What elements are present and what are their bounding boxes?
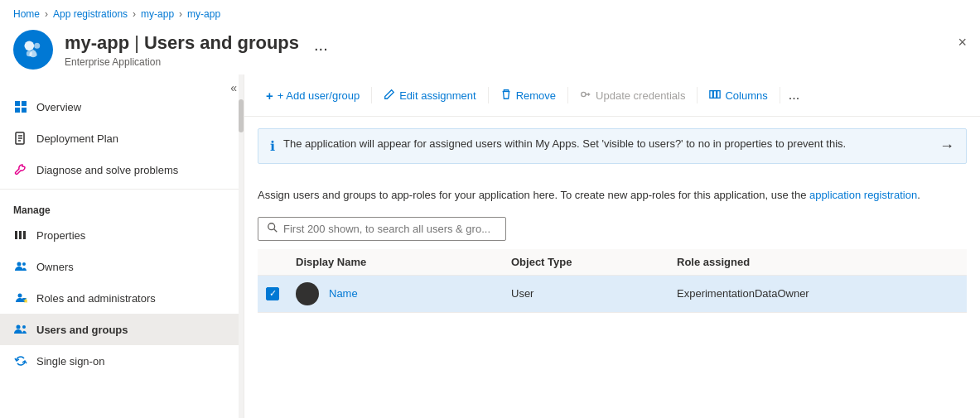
app-header: my-app | Users and groups ... Enterprise… xyxy=(0,25,980,74)
book-icon xyxy=(13,131,28,146)
svg-rect-13 xyxy=(23,231,26,239)
refresh-icon xyxy=(13,353,28,368)
svg-point-16 xyxy=(18,294,22,298)
key-icon xyxy=(580,89,591,103)
bars-icon xyxy=(13,228,28,243)
table-col-display-name: Display Name xyxy=(287,249,503,276)
svg-point-21 xyxy=(582,92,586,96)
svg-rect-24 xyxy=(717,90,721,98)
svg-point-25 xyxy=(268,223,275,229)
table-row[interactable]: Name User ExperimentationDataOwner xyxy=(258,275,967,312)
breadcrumb-my-app-2[interactable]: my-app xyxy=(187,8,220,20)
svg-point-14 xyxy=(17,262,22,267)
section-title: Users and groups xyxy=(144,32,299,54)
sidebar-item-diagnose-label: Diagnose and solve problems xyxy=(36,164,178,176)
app-title-area: my-app | Users and groups ... Enterprise… xyxy=(65,32,328,68)
svg-rect-5 xyxy=(15,108,20,113)
breadcrumb-app-registrations[interactable]: App registrations xyxy=(53,8,128,20)
user-name-link[interactable]: Name xyxy=(329,287,358,300)
sidebar: « Overview Deployment Plan Diagnose and … xyxy=(0,74,244,418)
sidebar-item-users-groups-label: Users and groups xyxy=(36,324,128,336)
search-input[interactable] xyxy=(283,223,497,235)
sidebar-item-single-sign-on[interactable]: Single sign-on xyxy=(0,345,244,377)
svg-rect-12 xyxy=(19,231,22,239)
sidebar-item-users-groups[interactable]: Users and groups xyxy=(0,314,244,345)
svg-point-0 xyxy=(25,41,35,51)
row-name-area: Name xyxy=(296,282,495,305)
toolbar-separator-2 xyxy=(488,87,489,103)
sidebar-item-diagnose[interactable]: Diagnose and solve problems xyxy=(0,154,244,185)
app-icon xyxy=(13,30,53,70)
grid-icon xyxy=(13,99,28,114)
info-banner-text: The application will appear for assigned… xyxy=(283,137,931,150)
row-checkbox[interactable] xyxy=(266,287,279,300)
edit-assignment-button[interactable]: Edit assignment xyxy=(375,84,485,108)
update-credentials-button[interactable]: Update credentials xyxy=(572,84,693,108)
sidebar-item-owners-label: Owners xyxy=(36,261,74,273)
person-badge-icon: ⭐ xyxy=(13,291,28,305)
app-name: my-app xyxy=(65,32,129,54)
header-more-button[interactable]: ... xyxy=(314,36,328,55)
row-role-cell: ExperimentationDataOwner xyxy=(669,275,967,312)
trash-icon xyxy=(500,89,512,103)
sidebar-item-roles-admins[interactable]: ⭐ Roles and administrators xyxy=(0,282,244,314)
table-col-object-type: Object Type xyxy=(503,249,669,276)
app-registration-link[interactable]: application registration xyxy=(809,189,917,201)
svg-rect-22 xyxy=(710,90,713,98)
sidebar-item-owners[interactable]: Owners xyxy=(0,251,244,282)
table-col-role-assigned: Role assigned xyxy=(669,249,967,276)
toolbar-separator-1 xyxy=(371,87,372,103)
app-subtitle: Enterprise Application xyxy=(65,56,328,68)
toolbar-separator-3 xyxy=(567,87,568,103)
search-icon xyxy=(267,222,278,236)
sidebar-item-overview[interactable]: Overview xyxy=(0,91,244,123)
sidebar-item-properties-label: Properties xyxy=(36,229,85,242)
description-text: Assign users and groups to app-roles for… xyxy=(244,175,980,212)
info-banner-arrow-button[interactable]: → xyxy=(939,137,954,155)
edit-icon xyxy=(384,89,395,103)
wrench-icon xyxy=(13,162,28,177)
sidebar-manage-label: Manage xyxy=(0,193,244,219)
search-box xyxy=(258,217,506,241)
user-avatar xyxy=(296,282,319,305)
table-header-row: Display Name Object Type Role assigned xyxy=(258,249,967,276)
svg-rect-3 xyxy=(15,101,20,106)
sidebar-collapse-button[interactable]: « xyxy=(230,81,237,94)
row-display-name-cell: Name xyxy=(287,275,503,312)
svg-rect-23 xyxy=(714,90,717,98)
svg-rect-11 xyxy=(15,231,17,239)
svg-point-19 xyxy=(17,325,21,329)
columns-icon xyxy=(709,89,721,103)
toolbar-separator-4 xyxy=(697,87,698,103)
row-object-type-cell: User xyxy=(503,275,669,312)
add-user-group-button[interactable]: + + Add user/group xyxy=(258,84,368,108)
svg-point-20 xyxy=(22,325,26,329)
sidebar-item-deployment-plan[interactable]: Deployment Plan xyxy=(0,123,244,154)
svg-point-15 xyxy=(22,262,26,266)
info-icon: ℹ xyxy=(270,138,275,154)
svg-rect-6 xyxy=(22,108,27,113)
svg-point-1 xyxy=(34,43,40,49)
add-icon: + xyxy=(266,89,273,103)
sidebar-item-properties[interactable]: Properties xyxy=(0,219,244,251)
svg-line-26 xyxy=(274,228,278,232)
table-col-checkbox xyxy=(258,249,287,276)
svg-rect-4 xyxy=(22,101,27,106)
row-checkbox-cell[interactable] xyxy=(258,275,287,312)
toolbar-more-button[interactable]: ... xyxy=(784,83,804,108)
app-logo-icon xyxy=(22,38,45,61)
sidebar-item-single-sign-on-label: Single sign-on xyxy=(36,355,104,368)
svg-text:⭐: ⭐ xyxy=(23,298,27,304)
breadcrumb: Home › App registrations › my-app › my-a… xyxy=(0,0,980,25)
table-container: Display Name Object Type Role assigned xyxy=(244,249,980,313)
breadcrumb-home[interactable]: Home xyxy=(13,8,40,20)
close-button[interactable]: × xyxy=(958,35,967,50)
users-table: Display Name Object Type Role assigned xyxy=(258,249,967,313)
toolbar: + + Add user/group Edit assignment Remov… xyxy=(244,74,980,117)
people-badge-icon xyxy=(13,322,28,337)
content-area: + + Add user/group Edit assignment Remov… xyxy=(244,74,980,418)
remove-button[interactable]: Remove xyxy=(492,84,564,108)
toolbar-separator-5 xyxy=(780,87,780,103)
breadcrumb-my-app-1[interactable]: my-app xyxy=(141,8,174,20)
columns-button[interactable]: Columns xyxy=(701,84,775,108)
